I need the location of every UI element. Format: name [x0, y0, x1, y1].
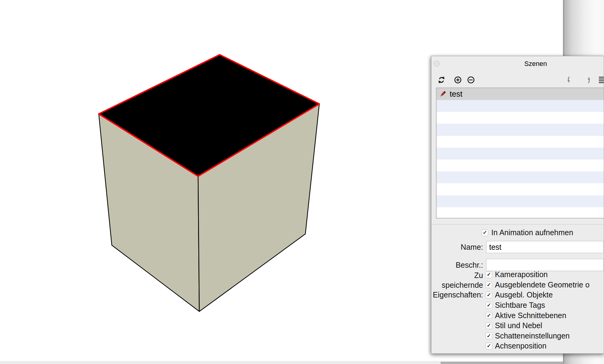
scene-list-empty-row[interactable] — [437, 136, 604, 148]
scene-list-empty-row[interactable] — [437, 100, 604, 112]
name-input[interactable] — [486, 241, 604, 253]
beschr-input[interactable] — [486, 259, 604, 271]
property-row: ✓Ausgeblendete Geometrie o — [486, 280, 604, 290]
property-label: Ausgebl. Objekte — [495, 290, 553, 299]
scenes-panel: Szenen — [431, 56, 604, 354]
property-checkbox[interactable]: ✓ — [486, 271, 492, 278]
scene-list-empty-row[interactable] — [437, 207, 604, 218]
refresh-icon[interactable] — [438, 76, 445, 84]
scene-list-empty-row[interactable] — [437, 183, 604, 195]
scene-menu-icon[interactable] — [599, 76, 604, 84]
property-label: Sichtbare Tags — [495, 301, 545, 310]
in-animation-label: In Animation aufnehmen — [491, 228, 573, 237]
property-row: ✓Sichtbare Tags — [486, 300, 604, 311]
add-scene-icon[interactable] — [454, 76, 462, 84]
property-checkbox[interactable]: ✓ — [486, 322, 492, 329]
in-animation-row: ✓ In Animation aufnehmen — [482, 228, 573, 237]
beschr-label: Beschr.: — [431, 259, 483, 271]
scene-list-item-selected[interactable]: test — [437, 88, 604, 100]
property-label: Ausgeblendete Geometrie o — [495, 280, 589, 289]
property-row: ✓Kameraposition — [486, 270, 604, 280]
scene-name: test — [450, 89, 462, 99]
property-label: Aktive Schnittebenen — [495, 311, 566, 320]
panel-title: Szenen — [524, 60, 547, 68]
property-checkbox[interactable]: ✓ — [486, 343, 492, 349]
property-label: Achsenposition — [495, 342, 547, 350]
property-checkbox[interactable]: ✓ — [486, 332, 492, 339]
panel-titlebar: Szenen — [431, 56, 604, 71]
property-checkbox[interactable]: ✓ — [486, 281, 492, 288]
scene-list-empty-row[interactable] — [437, 148, 604, 160]
name-row: Name: — [431, 241, 604, 253]
property-row: ✓Ausgebl. Objekte — [486, 290, 604, 300]
scene-list-empty-row[interactable] — [437, 112, 604, 124]
scene-list-rows — [437, 100, 604, 218]
property-row: ✓Aktive Schnittebenen — [486, 310, 604, 321]
scene-list: test — [436, 88, 604, 218]
move-scene-up-icon[interactable] — [585, 76, 593, 84]
name-label: Name: — [431, 241, 483, 253]
property-checkbox[interactable]: ✓ — [486, 292, 492, 298]
property-label: Kameraposition — [495, 270, 548, 279]
properties-checkbox-list: ✓Kameraposition✓Ausgeblendete Geometrie … — [486, 270, 604, 351]
property-label: Schatteneinstellungen — [495, 331, 570, 340]
beschr-row: Beschr.: — [431, 259, 604, 271]
property-checkbox[interactable]: ✓ — [486, 302, 492, 309]
app-window: Szenen — [0, 0, 604, 364]
panel-divider — [431, 224, 604, 225]
pencil-icon — [439, 91, 446, 98]
property-row: ✓Schatteneinstellungen — [486, 331, 604, 341]
scene-list-empty-row[interactable] — [437, 160, 604, 171]
scene-list-empty-row[interactable] — [437, 195, 604, 207]
horizontal-scrollbar-thumb[interactable] — [441, 362, 563, 364]
scene-list-empty-row[interactable] — [437, 124, 604, 136]
properties-block: Zu speichernde Eigenschaften: ✓Kamerapos… — [431, 270, 604, 351]
in-animation-checkbox[interactable]: ✓ — [482, 229, 488, 236]
property-checkbox[interactable]: ✓ — [486, 312, 492, 319]
property-row: ✓Stil und Nebel — [486, 321, 604, 331]
close-icon[interactable] — [434, 60, 440, 67]
scene-list-empty-row[interactable] — [437, 171, 604, 183]
property-label: Stil und Nebel — [495, 321, 542, 330]
properties-label: Zu speichernde Eigenschaften: — [431, 270, 483, 351]
move-scene-down-icon[interactable] — [566, 76, 573, 84]
remove-scene-icon[interactable] — [467, 76, 475, 84]
property-row: ✓Achsenposition — [486, 341, 604, 351]
